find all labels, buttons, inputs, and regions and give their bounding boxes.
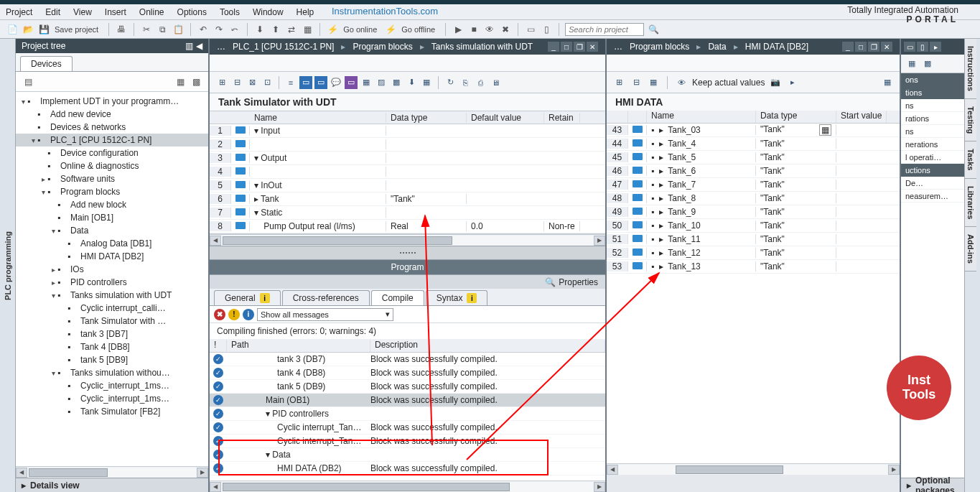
message-filter-select[interactable]: Show all messages▾ (257, 308, 393, 321)
tree-item[interactable]: ▪Cyclic_interrupt_1ms… (16, 392, 208, 405)
db-tb-icon[interactable]: 👁 (675, 76, 688, 89)
upload-icon[interactable]: ⬆ (269, 23, 282, 36)
keep-actual-values-label[interactable]: Keep actual values (692, 78, 765, 88)
horizontal-splitter[interactable]: ⋯⋯ (210, 246, 605, 260)
start-cpu-icon[interactable]: ▶ (452, 23, 465, 36)
details-view-bar[interactable]: ▸ Details view (16, 478, 208, 492)
db-row[interactable]: 47▪ ▸ Tank_7"Tank" (607, 178, 900, 192)
search-go-icon[interactable]: 🔍 (647, 23, 660, 36)
tree-item[interactable]: ▪Device configuration (16, 147, 208, 159)
et-icon[interactable]: ▩ (390, 76, 403, 89)
et-icon[interactable]: ⊟ (230, 76, 243, 89)
sidetab-addins[interactable]: Add-ins (965, 227, 976, 271)
tree-item[interactable]: ▸▪IOs (16, 263, 208, 276)
tree-item[interactable]: ▪tank 3 [DB7] (16, 328, 208, 340)
db-settings-icon[interactable]: ▦ (881, 76, 894, 89)
search-in-project-input[interactable] (565, 23, 644, 36)
save-icon[interactable]: 💾 (37, 23, 50, 36)
interface-row[interactable]: 2 (210, 138, 605, 152)
error-filter-icon[interactable]: ✖ (214, 309, 225, 320)
compile-row[interactable]: ✓tank 4 (DB8)Block was successfully comp… (210, 366, 605, 380)
db-row[interactable]: 51▪ ▸ Tank_11"Tank" (607, 233, 900, 246)
tree-item[interactable]: ▪HMI DATA [DB2] (16, 250, 208, 263)
redo-icon[interactable]: ↷ (213, 23, 225, 36)
bc-hmi-data[interactable]: HMI DATA [DB2] (745, 42, 808, 52)
go-offline-icon[interactable]: ⚡ (384, 23, 397, 36)
interface-row[interactable]: 6▸ Tank"Tank" (210, 192, 605, 206)
et-icon[interactable]: ▭ (299, 76, 312, 89)
et-icon[interactable]: ↻ (444, 76, 457, 89)
tree-item[interactable]: ▾▪Program blocks (16, 185, 208, 198)
go-online-label[interactable]: Go online (343, 25, 377, 34)
compile-row[interactable]: ✓Main (OB1)Block was successfully compil… (210, 394, 605, 407)
print-icon[interactable]: 🖶 (115, 23, 128, 36)
bc-program-blocks[interactable]: Program blocks (630, 42, 689, 52)
go-online-icon[interactable]: ⚡ (326, 23, 339, 36)
undo-split-icon[interactable]: ⤺ (228, 23, 241, 36)
tab-compile[interactable]: Compile (371, 290, 424, 305)
tree-item[interactable]: ▪Devices & networks (16, 121, 208, 134)
menu-view[interactable]: View (73, 7, 92, 17)
menu-insert[interactable]: Insert (105, 7, 126, 17)
cross-icon[interactable]: ✖ (499, 23, 512, 36)
et-icon[interactable]: ▦ (420, 76, 433, 89)
interface-row[interactable]: 3▾ Output (210, 152, 605, 165)
stop-cpu-icon[interactable]: ■ (467, 23, 480, 36)
db-table[interactable]: Name Data type Start value 43▪ ▸ Tank_03… (607, 111, 900, 287)
et-icon[interactable]: ▨ (375, 76, 388, 89)
editor-close-icon[interactable]: ✕ (587, 42, 598, 52)
et-icon[interactable]: ⊠ (246, 76, 258, 89)
compare-icon[interactable]: ⇄ (285, 23, 298, 36)
db-row[interactable]: 49▪ ▸ Tank_9"Tank" (607, 205, 900, 219)
tree-item[interactable]: ▾▪Data (16, 224, 208, 237)
split-v-icon[interactable]: ▯ (540, 23, 553, 36)
et-icon[interactable]: 🖥 (489, 76, 502, 89)
db-min-icon[interactable]: _ (842, 42, 854, 52)
project-tree[interactable]: ▾▪Implement UDT in your programm…▪Add ne… (16, 92, 208, 466)
interface-table[interactable]: Name Data type Default value Retain 1▾ I… (210, 111, 605, 234)
sidetab-instructions[interactable]: Instructions (965, 39, 976, 99)
program-section-bar[interactable]: Program (210, 260, 605, 274)
undo-icon[interactable]: ↶ (197, 23, 210, 36)
tree-item[interactable]: ▪Tank 4 [DB8] (16, 340, 208, 353)
fr-view1-icon[interactable]: ▭ (904, 42, 915, 52)
db-hscroll[interactable]: ◀▶ (607, 463, 900, 475)
menu-window[interactable]: Window (253, 7, 284, 17)
et-icon[interactable]: ▭ (314, 76, 327, 89)
split-h-icon[interactable]: ▭ (524, 23, 537, 36)
tree-view1-icon[interactable]: ▦ (174, 75, 187, 88)
et-icon[interactable]: ⬇ (405, 76, 418, 89)
menu-online[interactable]: Online (139, 7, 164, 17)
tree-item[interactable]: ▾▪PLC_1 [CPU 1512C-1 PN] (16, 134, 208, 147)
tree-item[interactable]: ▪Tank Simulator [FB2] (16, 405, 208, 418)
tab-cross-references[interactable]: Cross-references (282, 290, 370, 305)
left-vertical-tab[interactable]: PLC programming (0, 39, 16, 492)
et-icon[interactable]: ▭ (345, 76, 358, 89)
db-row[interactable]: 45▪ ▸ Tank_5"Tank" (607, 151, 900, 164)
bc-plc[interactable]: PLC_1 [CPU 1512C-1 PN] (233, 42, 334, 52)
collapse-tree-icon[interactable]: ▥ (185, 41, 193, 51)
tree-item[interactable]: ▪Online & diagnostics (16, 159, 208, 172)
et-icon[interactable]: ▦ (360, 76, 373, 89)
compile-row[interactable]: ✓Cyclic interrupt_Tan…Block was successf… (210, 421, 605, 435)
tree-item[interactable]: ▪Add new device (16, 108, 208, 121)
bc-program-blocks[interactable]: Program blocks (353, 42, 412, 52)
compile-row[interactable]: ✓HMI DATA (DB2)Block was successfully co… (210, 462, 605, 475)
et-icon[interactable]: ⎙ (474, 76, 487, 89)
editor-hscroll[interactable]: ◀▶ (210, 234, 605, 246)
menu-help[interactable]: Help (297, 7, 314, 17)
info-filter-icon[interactable]: i (243, 309, 254, 320)
sidetab-testing[interactable]: Testing (965, 99, 976, 141)
go-offline-label[interactable]: Go offline (401, 25, 435, 34)
tree-item[interactable]: ▪Add new block (16, 198, 208, 211)
sidetab-tasks[interactable]: Tasks (965, 141, 976, 178)
interface-row[interactable]: 8 Pump Output real (l/ms)Real0.0Non-re (210, 220, 605, 233)
tree-item[interactable]: ▸▪Software units (16, 172, 208, 185)
tree-item[interactable]: ▪Analog Data [DB1] (16, 237, 208, 250)
menu-tools[interactable]: Tools (220, 7, 240, 17)
tree-item[interactable]: ▪tank 5 [DB9] (16, 353, 208, 366)
menu-options[interactable]: Options (177, 7, 207, 17)
db-more-icon[interactable]: ▸ (786, 76, 799, 89)
db-close-icon[interactable]: ✕ (881, 42, 892, 52)
et-icon[interactable]: ⎘ (459, 76, 472, 89)
